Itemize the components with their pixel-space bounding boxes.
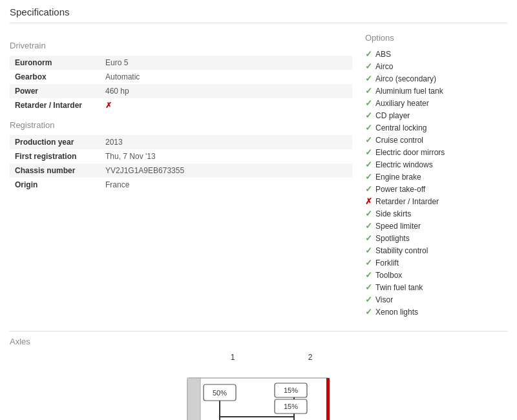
page-title: Specifications: [10, 6, 507, 23]
check-icon: ✓: [365, 172, 372, 182]
drivetrain-value-0: Euro 5: [100, 56, 352, 70]
option-label-8: Electric door mirrors: [375, 148, 445, 157]
option-item-19: ✓Twin fuel tank: [365, 281, 507, 293]
option-label-4: Auxiliary heater: [375, 99, 429, 108]
check-icon: ✓: [365, 49, 372, 59]
option-item-10: ✓Engine brake: [365, 171, 507, 183]
diagram-wrapper: 1 2 50: [168, 353, 349, 420]
svg-text:50%: 50%: [213, 389, 227, 397]
check-icon: ✓: [365, 98, 372, 108]
check-icon: ✓: [365, 123, 372, 132]
registration-value-2: YV2J1G1A9EB673355: [100, 163, 352, 178]
check-icon: ✓: [365, 221, 372, 231]
option-label-12: Retarder / Intarder: [375, 197, 439, 206]
drivetrain-table: EuronormEuro 5GearboxAutomaticPower460 h…: [10, 56, 352, 112]
option-item-5: ✓CD player: [365, 109, 507, 121]
option-label-10: Engine brake: [375, 173, 421, 182]
right-column: Options ✓ABS✓Airco✓Airco (secondary)✓Alu…: [365, 33, 507, 318]
option-item-1: ✓Airco: [365, 60, 507, 72]
check-icon: ✓: [365, 282, 372, 292]
svg-text:15%: 15%: [284, 403, 298, 410]
option-label-7: Cruise control: [375, 136, 423, 145]
option-item-17: ✓Forklift: [365, 257, 507, 269]
options-list: ✓ABS✓Airco✓Airco (secondary)✓Aluminium f…: [365, 48, 507, 318]
drivetrain-title: Drivetrain: [10, 41, 352, 50]
option-label-3: Aluminium fuel tank: [375, 87, 443, 96]
option-item-9: ✓Electric windows: [365, 158, 507, 171]
axles-title: Axles: [10, 331, 507, 346]
check-icon: ✓: [365, 307, 372, 317]
drivetrain-value-2: 460 hp: [100, 84, 352, 98]
truck-svg: 50% 50% 15% 15% 50% 25%: [168, 365, 349, 420]
option-item-15: ✓Spotlights: [365, 232, 507, 244]
option-label-19: Twin fuel tank: [375, 283, 423, 292]
option-label-0: ABS: [375, 50, 391, 59]
svg-text:15%: 15%: [284, 386, 298, 394]
option-item-20: ✓Visor: [365, 293, 507, 306]
option-item-3: ✓Aluminium fuel tank: [365, 85, 507, 97]
registration-label-0: Production year: [10, 135, 100, 149]
axle-labels: 1 2: [194, 353, 349, 362]
check-icon: ✓: [365, 295, 372, 304]
main-layout: Drivetrain EuronormEuro 5GearboxAutomati…: [10, 33, 507, 318]
option-label-20: Visor: [375, 295, 393, 304]
left-column: Drivetrain EuronormEuro 5GearboxAutomati…: [10, 33, 352, 318]
check-icon: ✓: [365, 258, 372, 268]
check-icon: ✓: [365, 184, 372, 194]
drivetrain-value-1: Automatic: [100, 70, 352, 84]
registration-value-3: France: [100, 178, 352, 192]
option-item-16: ✓Stability control: [365, 244, 507, 257]
option-item-13: ✓Side skirts: [365, 207, 507, 220]
option-label-17: Forklift: [375, 258, 399, 268]
option-item-14: ✓Speed limiter: [365, 220, 507, 232]
option-label-21: Xenon lights: [375, 308, 418, 317]
registration-label-3: Origin: [10, 178, 100, 192]
registration-value-0: 2013: [100, 135, 352, 149]
option-label-13: Side skirts: [375, 209, 411, 218]
option-item-7: ✓Cruise control: [365, 134, 507, 146]
option-label-16: Stability control: [375, 246, 428, 255]
axle2-label: 2: [278, 353, 343, 362]
option-item-6: ✓Central locking: [365, 121, 507, 134]
drivetrain-label-1: Gearbox: [10, 70, 100, 84]
option-label-14: Speed limiter: [375, 222, 421, 231]
option-item-4: ✓Auxiliary heater: [365, 97, 507, 109]
registration-title: Registration: [10, 120, 352, 130]
check-icon: ✓: [365, 147, 372, 157]
option-item-2: ✓Airco (secondary): [365, 72, 507, 85]
option-label-9: Electric windows: [375, 160, 433, 169]
check-icon: ✓: [365, 86, 372, 96]
option-label-1: Airco: [375, 62, 393, 71]
option-item-0: ✓ABS: [365, 48, 507, 60]
drivetrain-label-0: Euronorm: [10, 56, 100, 70]
option-label-15: Spotlights: [375, 234, 410, 243]
option-item-8: ✓Electric door mirrors: [365, 146, 507, 158]
check-icon: ✓: [365, 270, 372, 280]
check-icon: ✓: [365, 61, 372, 71]
svg-rect-1: [187, 378, 200, 420]
options-title: Options: [365, 33, 507, 43]
check-icon: ✓: [365, 74, 372, 83]
drivetrain-label-3: Retarder / Intarder: [10, 98, 100, 112]
axle-diagram: 1 2 50: [10, 353, 507, 420]
check-icon: ✓: [365, 110, 372, 120]
option-label-18: Toolbox: [375, 271, 402, 280]
option-label-5: CD player: [375, 111, 410, 120]
option-item-21: ✓Xenon lights: [365, 306, 507, 318]
option-label-6: Central locking: [375, 123, 427, 132]
axles-section: Axles 1 2: [10, 331, 507, 420]
check-icon: ✓: [365, 209, 372, 218]
registration-label-2: Chassis number: [10, 163, 100, 178]
drivetrain-label-2: Power: [10, 84, 100, 98]
option-item-18: ✓Toolbox: [365, 269, 507, 281]
axle1-label: 1: [200, 353, 265, 362]
check-icon: ✓: [365, 233, 372, 243]
svg-rect-2: [326, 378, 330, 420]
page-container: Specifications Drivetrain EuronormEuro 5…: [0, 0, 517, 420]
registration-value-1: Thu, 7 Nov '13: [100, 149, 352, 163]
registration-table: Production year2013First registrationThu…: [10, 135, 352, 192]
check-icon: ✓: [365, 246, 372, 255]
option-item-11: ✓Power take-off: [365, 183, 507, 195]
cross-icon: ✗: [365, 196, 372, 206]
check-icon: ✓: [365, 160, 372, 169]
